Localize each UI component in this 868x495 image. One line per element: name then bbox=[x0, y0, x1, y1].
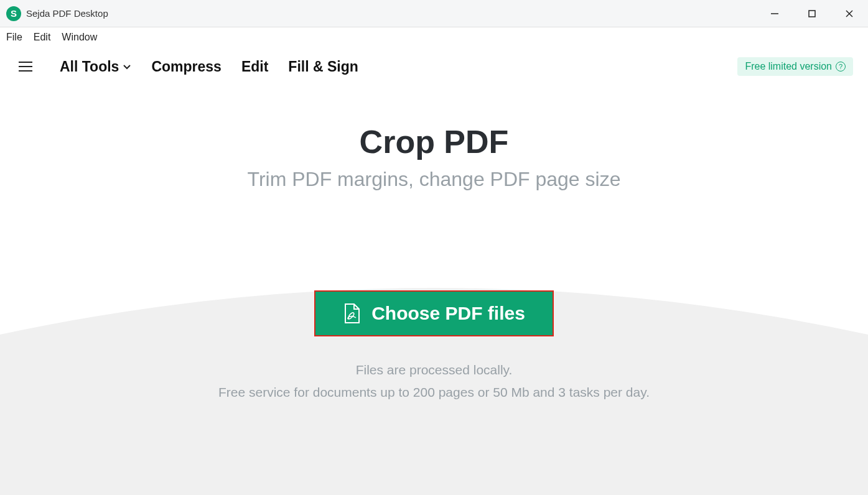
svg-rect-1 bbox=[809, 11, 815, 17]
toolbar: All Tools Compress Edit Fill & Sign Free… bbox=[0, 47, 868, 86]
close-icon bbox=[845, 9, 854, 18]
hamburger-line-icon bbox=[19, 66, 32, 67]
info-text: Files are processed locally. Free servic… bbox=[0, 359, 868, 403]
fill-sign-link[interactable]: Fill & Sign bbox=[288, 58, 358, 75]
minimize-button[interactable] bbox=[756, 0, 793, 27]
choose-pdf-button[interactable]: Choose PDF files bbox=[314, 290, 554, 336]
hamburger-line-icon bbox=[19, 62, 32, 63]
maximize-icon bbox=[808, 9, 816, 18]
menu-edit[interactable]: Edit bbox=[34, 32, 51, 43]
help-circle-icon: ? bbox=[836, 62, 846, 72]
titlebar: S Sejda PDF Desktop bbox=[0, 0, 868, 27]
choose-pdf-label: Choose PDF files bbox=[371, 303, 525, 324]
titlebar-left: S Sejda PDF Desktop bbox=[6, 6, 108, 21]
toolbar-left: All Tools Compress Edit Fill & Sign bbox=[19, 58, 358, 75]
window-controls bbox=[756, 0, 868, 27]
page-title: Crop PDF bbox=[0, 123, 868, 160]
maximize-button[interactable] bbox=[793, 0, 831, 27]
edit-link[interactable]: Edit bbox=[241, 58, 268, 75]
menu-window[interactable]: Window bbox=[62, 32, 97, 43]
pdf-file-icon bbox=[343, 303, 360, 324]
page-subtitle: Trim PDF margins, change PDF page size bbox=[0, 168, 868, 191]
all-tools-label: All Tools bbox=[60, 58, 119, 75]
app-icon: S bbox=[6, 6, 21, 21]
all-tools-dropdown[interactable]: All Tools bbox=[60, 58, 131, 75]
menu-file[interactable]: File bbox=[6, 32, 22, 43]
close-button[interactable] bbox=[831, 0, 868, 27]
hamburger-menu[interactable] bbox=[19, 62, 32, 72]
version-badge[interactable]: Free limited version ? bbox=[737, 57, 853, 76]
info-line-1: Files are processed locally. bbox=[0, 359, 868, 381]
menubar: File Edit Window bbox=[0, 27, 868, 47]
content-inner: Crop PDF Trim PDF margins, change PDF pa… bbox=[0, 86, 868, 403]
main-content: Crop PDF Trim PDF margins, change PDF pa… bbox=[0, 86, 868, 495]
hamburger-line-icon bbox=[19, 70, 32, 72]
info-line-2: Free service for documents up to 200 pag… bbox=[0, 381, 868, 404]
compress-link[interactable]: Compress bbox=[151, 58, 221, 75]
minimize-icon bbox=[770, 9, 779, 18]
app-title: Sejda PDF Desktop bbox=[26, 8, 108, 19]
chevron-down-icon bbox=[123, 62, 131, 71]
version-badge-label: Free limited version bbox=[745, 61, 832, 72]
